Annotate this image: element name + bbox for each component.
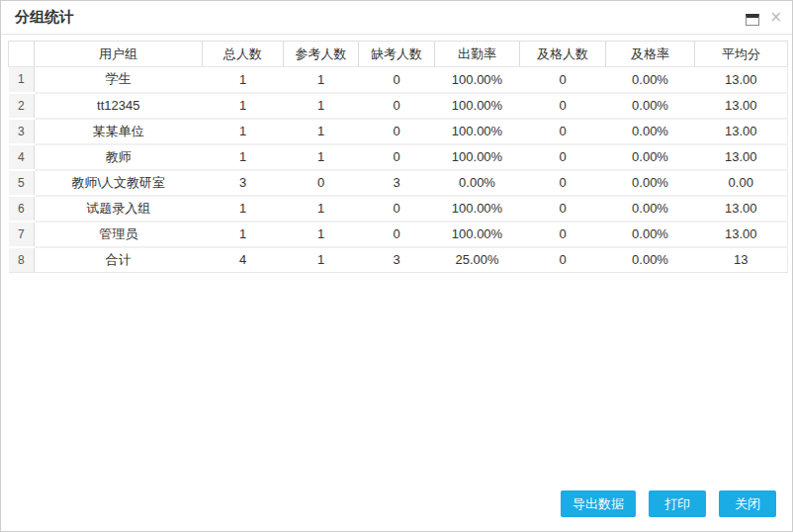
cell-attended-count: 1 (284, 67, 359, 93)
cell-pass-rate: 0.00% (606, 93, 695, 119)
cell-total-count: 4 (203, 247, 284, 273)
close-button[interactable]: 关闭 (719, 490, 776, 517)
table-row[interactable]: 3某某单位110100.00%00.00%13.00 (9, 119, 788, 144)
header-user-group: 用户组 (35, 42, 203, 67)
stats-table: 用户组 总人数 参考人数 缺考人数 出勤率 及格人数 及格率 平均分 1学生11… (8, 41, 788, 273)
header-attended-count: 参考人数 (284, 42, 359, 67)
cell-absent-count: 0 (359, 93, 435, 119)
row-number: 5 (9, 170, 35, 196)
cell-user-group: 学生 (35, 67, 203, 93)
table-row[interactable]: 8合计41325.00%00.00%13 (9, 247, 788, 273)
export-data-button[interactable]: 导出数据 (561, 490, 636, 517)
close-icon[interactable]: × (769, 10, 782, 24)
header-rownum (9, 42, 35, 67)
cell-attended-count: 1 (284, 144, 359, 170)
cell-pass-count: 0 (520, 93, 606, 119)
cell-attended-count: 1 (284, 196, 359, 222)
cell-pass-count: 0 (520, 144, 606, 170)
cell-absent-count: 3 (359, 247, 435, 273)
cell-average-score: 13 (695, 247, 788, 273)
cell-attended-count: 1 (284, 247, 359, 273)
cell-average-score: 13.00 (695, 119, 788, 144)
table-row[interactable]: 5教师\人文教研室3030.00%00.00%0.00 (9, 170, 788, 196)
cell-pass-rate: 0.00% (606, 196, 695, 222)
cell-pass-rate: 0.00% (606, 144, 695, 170)
print-button[interactable]: 打印 (649, 490, 706, 517)
cell-attendance-rate: 100.00% (435, 196, 520, 222)
cell-user-group: 合计 (35, 247, 203, 273)
cell-attended-count: 1 (284, 93, 359, 119)
cell-total-count: 1 (203, 93, 284, 119)
table-body: 1学生110100.00%00.00%13.002tt12345110100.0… (9, 67, 788, 273)
cell-pass-count: 0 (520, 222, 606, 247)
cell-attendance-rate: 100.00% (435, 119, 520, 144)
cell-user-group: 某某单位 (35, 119, 203, 144)
cell-attendance-rate: 100.00% (435, 67, 520, 93)
cell-pass-count: 0 (520, 170, 606, 196)
table-header: 用户组 总人数 参考人数 缺考人数 出勤率 及格人数 及格率 平均分 (9, 42, 788, 67)
cell-pass-rate: 0.00% (606, 67, 695, 93)
cell-attendance-rate: 100.00% (435, 144, 520, 170)
table-row[interactable]: 1学生110100.00%00.00%13.00 (9, 67, 788, 93)
cell-attended-count: 0 (284, 170, 359, 196)
row-number: 6 (9, 196, 35, 222)
cell-absent-count: 0 (359, 67, 435, 93)
cell-user-group: 试题录入组 (35, 196, 203, 222)
cell-pass-rate: 0.00% (606, 247, 695, 273)
cell-average-score: 13.00 (695, 196, 788, 222)
table-row[interactable]: 6试题录入组110100.00%00.00%13.00 (9, 196, 788, 222)
cell-pass-count: 0 (520, 196, 606, 222)
table-row[interactable]: 4教师110100.00%00.00%13.00 (9, 144, 788, 170)
cell-attendance-rate: 100.00% (435, 93, 520, 119)
cell-absent-count: 0 (359, 222, 435, 247)
cell-total-count: 1 (203, 222, 284, 247)
dialog-titlebar: 分组统计 × (1, 1, 792, 35)
row-number: 1 (9, 67, 35, 93)
cell-pass-rate: 0.00% (606, 170, 695, 196)
header-pass-count: 及格人数 (520, 42, 606, 67)
table-row[interactable]: 7管理员110100.00%00.00%13.00 (9, 222, 788, 247)
row-number: 8 (9, 247, 35, 273)
cell-average-score: 13.00 (695, 144, 788, 170)
header-total-count: 总人数 (203, 42, 284, 67)
cell-absent-count: 0 (359, 119, 435, 144)
cell-attended-count: 1 (284, 222, 359, 247)
cell-pass-count: 0 (520, 247, 606, 273)
cell-attendance-rate: 25.00% (435, 247, 520, 273)
group-stats-dialog: { "dialog": { "title": "分组统计", "close_gl… (0, 0, 793, 532)
cell-attended-count: 1 (284, 119, 359, 144)
header-attendance-rate: 出勤率 (435, 42, 520, 67)
header-absent-count: 缺考人数 (359, 42, 435, 67)
cell-absent-count: 0 (359, 196, 435, 222)
cell-attendance-rate: 0.00% (435, 170, 520, 196)
row-number: 7 (9, 222, 35, 247)
cell-average-score: 13.00 (695, 93, 788, 119)
cell-pass-rate: 0.00% (606, 222, 695, 247)
cell-total-count: 1 (203, 144, 284, 170)
cell-pass-count: 0 (520, 119, 606, 144)
header-pass-rate: 及格率 (606, 42, 695, 67)
table-row[interactable]: 2tt12345110100.00%00.00%13.00 (9, 93, 788, 119)
cell-total-count: 1 (203, 67, 284, 93)
cell-user-group: tt12345 (35, 93, 203, 119)
row-number: 2 (9, 93, 35, 119)
footer-actions: 导出数据 打印 关闭 (561, 490, 776, 517)
cell-pass-count: 0 (520, 67, 606, 93)
cell-absent-count: 0 (359, 144, 435, 170)
maximize-icon[interactable] (746, 14, 759, 26)
row-number: 4 (9, 144, 35, 170)
cell-average-score: 13.00 (695, 67, 788, 93)
cell-average-score: 0.00 (695, 170, 788, 196)
cell-total-count: 1 (203, 119, 284, 144)
cell-user-group: 教师 (35, 144, 203, 170)
cell-average-score: 13.00 (695, 222, 788, 247)
dialog-title: 分组统计 (15, 8, 74, 27)
row-number: 3 (9, 119, 35, 144)
header-average-score: 平均分 (695, 42, 788, 67)
cell-user-group: 管理员 (35, 222, 203, 247)
cell-total-count: 1 (203, 196, 284, 222)
window-controls: × (746, 10, 782, 26)
cell-user-group: 教师\人文教研室 (35, 170, 203, 196)
stats-table-container: 用户组 总人数 参考人数 缺考人数 出勤率 及格人数 及格率 平均分 1学生11… (8, 41, 785, 273)
cell-attendance-rate: 100.00% (435, 222, 520, 247)
